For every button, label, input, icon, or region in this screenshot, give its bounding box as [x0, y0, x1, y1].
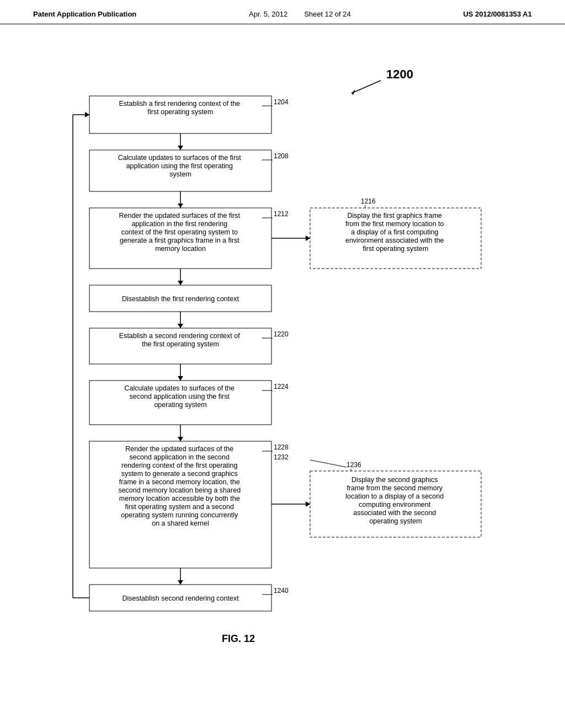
- svg-text:Disestablish second rendering : Disestablish second rendering context: [122, 595, 239, 602]
- label-1232: 1232: [274, 453, 289, 461]
- svg-marker-45: [178, 580, 183, 585]
- label-1240: 1240: [274, 587, 289, 595]
- label-1228: 1228: [274, 443, 289, 451]
- fig-caption: FIG. 12: [222, 633, 255, 644]
- svg-marker-10: [178, 204, 183, 208]
- svg-marker-52: [85, 112, 89, 117]
- header-center: Apr. 5, 2012 Sheet 12 of 24: [249, 10, 351, 18]
- svg-marker-29: [178, 376, 183, 381]
- svg-line-0: [351, 81, 381, 93]
- diagram-area: 1200 Establish a first rendering context…: [0, 30, 565, 686]
- label-1204: 1204: [274, 98, 289, 106]
- label-1220: 1220: [274, 330, 289, 338]
- svg-marker-24: [178, 324, 183, 328]
- svg-marker-15: [306, 235, 310, 241]
- label-1224: 1224: [274, 383, 289, 390]
- label-1216: 1216: [361, 197, 376, 205]
- header-sheet: Sheet 12 of 24: [304, 10, 351, 18]
- label-1212: 1212: [274, 210, 289, 218]
- svg-marker-5: [178, 146, 183, 150]
- svg-marker-34: [178, 437, 183, 441]
- svg-text:Disestablish the first renderi: Disestablish the first rendering context: [122, 295, 239, 303]
- svg-marker-39: [306, 501, 310, 507]
- label-1208: 1208: [274, 152, 289, 160]
- page: Patent Application Publication Apr. 5, 2…: [0, 0, 565, 728]
- header-date: Apr. 5, 2012: [249, 10, 287, 18]
- svg-text:Render the updated surfaces of: Render the updated surfaces of the secon…: [118, 445, 242, 527]
- svg-line-43: [310, 460, 347, 467]
- diagram-svg: 1200 Establish a first rendering context…: [45, 41, 520, 675]
- page-header: Patent Application Publication Apr. 5, 2…: [0, 0, 565, 24]
- header-publication-label: Patent Application Publication: [33, 10, 136, 18]
- label-1236: 1236: [347, 461, 361, 469]
- header-patent: US 2012/0081353 A1: [463, 10, 532, 18]
- diagram-title: 1200: [386, 67, 413, 81]
- svg-marker-20: [178, 281, 183, 285]
